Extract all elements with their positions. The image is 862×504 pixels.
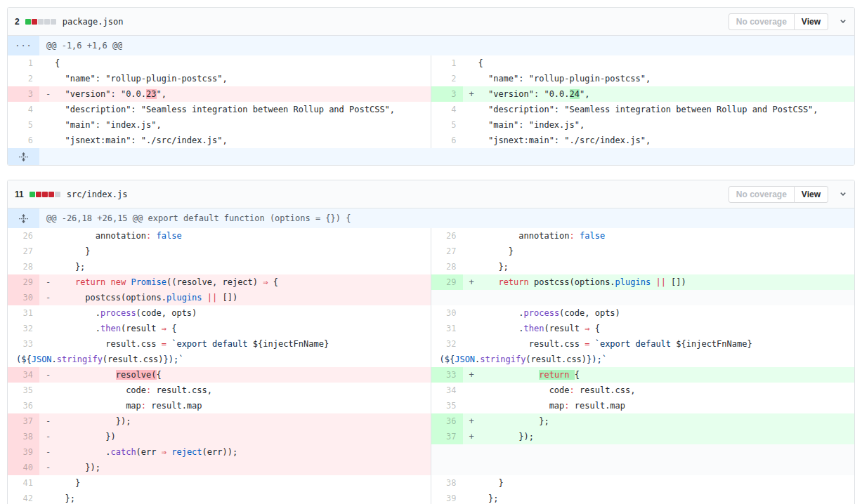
code-token: (result.css)	[103, 354, 164, 364]
chevron-down-icon[interactable]	[839, 190, 847, 199]
line-number[interactable]: 26	[8, 228, 39, 244]
line-number[interactable]: 32	[431, 336, 463, 352]
file-name[interactable]: src/index.js	[67, 190, 128, 199]
line-number[interactable]: 2	[431, 71, 463, 86]
line-number[interactable]: 40	[8, 460, 39, 475]
code-text: "description": "Seamless integration bet…	[478, 102, 855, 117]
line-number[interactable]: 3	[8, 86, 39, 102]
hunk-header-row: ···@@ -1,6 +1,6 @@	[8, 36, 854, 55]
view-button[interactable]: View	[794, 13, 828, 30]
line-number[interactable]: 6	[8, 133, 39, 148]
line-number[interactable]: 26	[431, 228, 463, 244]
line-number[interactable]: 5	[8, 117, 39, 133]
line-number[interactable]: 27	[8, 244, 39, 259]
code-token: ${injectFnName}	[676, 339, 752, 349]
diffstat	[29, 192, 60, 197]
code-token: }	[55, 478, 80, 488]
line-number[interactable]: 33	[431, 367, 463, 383]
code-text: "name": "rollup-plugin-postcss",	[55, 71, 431, 86]
line-number[interactable]: 37	[431, 429, 463, 444]
line-number[interactable]: 37	[8, 413, 39, 429]
diffstat-block-neutral	[51, 19, 56, 25]
line-number[interactable]: 29	[8, 274, 39, 290]
code-token: `export default	[595, 339, 677, 349]
context-line-cell: 2 "name": "rollup-plugin-postcss",	[8, 71, 431, 86]
line-number[interactable]: 6	[431, 133, 463, 148]
line-number[interactable]: 4	[431, 102, 463, 117]
line-number[interactable]: 41	[8, 475, 39, 491]
line-number[interactable]: 1	[431, 55, 463, 71]
line-number[interactable]: 31	[8, 305, 39, 321]
code-token: }	[478, 246, 514, 256]
line-number[interactable]: 27	[431, 244, 463, 259]
line-number[interactable]: 34	[8, 367, 39, 383]
code-token: (${	[440, 354, 455, 364]
code-text: annotation: false	[55, 228, 431, 244]
code-token: (result	[544, 324, 585, 333]
line-number[interactable]: 30	[8, 290, 39, 305]
diff-page: 2 package.json No coverage View ···@@ -1…	[0, 0, 862, 504]
code-token: result.css,	[575, 385, 636, 395]
line-number[interactable]: 3	[431, 86, 463, 102]
code-text: };	[478, 259, 855, 274]
view-button[interactable]: View	[794, 186, 828, 203]
line-number[interactable]: 2	[8, 71, 39, 86]
code-token: };	[55, 262, 85, 272]
diff-marker	[39, 398, 55, 413]
code-text: .process(code, opts)	[478, 305, 855, 321]
line-number[interactable]: 42	[8, 491, 39, 504]
code-token: });`	[164, 354, 184, 364]
code-token: plugins	[166, 293, 202, 303]
diff-marker	[463, 305, 478, 321]
code-token: "version": "0.0.	[55, 89, 146, 99]
line-number[interactable]: 30	[431, 305, 463, 321]
line-number[interactable]: 4	[8, 102, 39, 117]
code-token: "name": "rollup-plugin-postcss",	[55, 74, 228, 84]
chevron-down-icon[interactable]	[839, 18, 847, 26]
file-diff-card-package-json: 2 package.json No coverage View ···@@ -1…	[7, 7, 855, 166]
no-coverage-button[interactable]: No coverage	[729, 13, 795, 30]
line-number[interactable]: 1	[8, 55, 39, 71]
code-token	[105, 277, 110, 287]
diff-marker	[39, 133, 55, 148]
file-actions: No coverage View	[729, 186, 847, 203]
deleted-line-cell: 29- return new Promise((resolve, reject)…	[8, 274, 431, 290]
line-number[interactable]: 31	[431, 321, 463, 336]
code-token: .	[52, 354, 57, 364]
code-token: });	[478, 432, 534, 442]
line-number[interactable]: 32	[8, 321, 39, 336]
file-name[interactable]: package.json	[63, 17, 124, 27]
code-token: (result	[121, 324, 162, 333]
line-number[interactable]: 39	[8, 444, 39, 460]
unfold-icon[interactable]	[8, 208, 39, 228]
code-text: };	[478, 491, 855, 504]
line-number[interactable]: 38	[8, 429, 39, 444]
file-header: 2 package.json No coverage View	[8, 8, 854, 36]
context-line-cell: 5 "main": "index.js",	[8, 117, 431, 133]
line-number[interactable]: 39	[431, 491, 463, 504]
code-text: }	[478, 475, 855, 491]
diff-marker	[39, 336, 55, 352]
line-number[interactable]: 28	[431, 259, 463, 274]
diff-marker	[39, 71, 55, 86]
line-number[interactable]: 35	[8, 383, 39, 398]
code-text: .catch(err ⇒ reject(err));	[55, 444, 431, 460]
line-number[interactable]: 28	[8, 259, 39, 274]
line-number[interactable]: 36	[431, 413, 463, 429]
line-number[interactable]: 38	[431, 475, 463, 491]
code-token: {	[478, 58, 483, 68]
line-number[interactable]: 5	[431, 117, 463, 133]
line-number[interactable]: 29	[431, 274, 463, 290]
diff-marker	[463, 102, 478, 117]
line-number[interactable]: 34	[431, 383, 463, 398]
code-token	[55, 277, 75, 287]
context-line-cell: 2 "name": "rollup-plugin-postcss",	[431, 71, 855, 86]
no-coverage-button[interactable]: No coverage	[729, 186, 795, 203]
unfold-icon[interactable]	[8, 148, 39, 165]
line-number[interactable]: 36	[8, 398, 39, 413]
code-text: });	[55, 460, 431, 475]
code-text: return postcss(options.plugins || [])	[478, 274, 855, 290]
line-number[interactable]: 35	[431, 398, 463, 413]
context-line-cell: 1{	[8, 55, 431, 71]
line-number[interactable]: 33	[8, 336, 39, 352]
